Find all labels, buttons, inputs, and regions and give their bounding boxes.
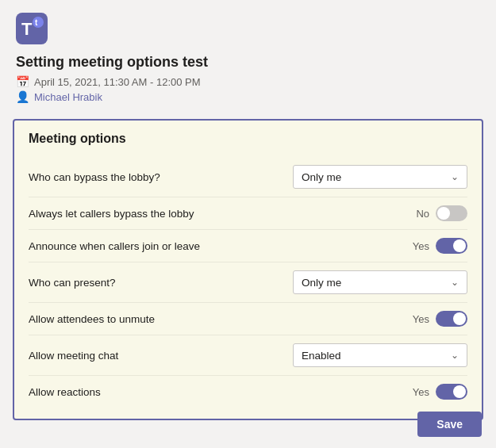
calendar-icon: 📅 [16, 75, 29, 88]
who-present-chevron: ⌄ [451, 277, 459, 288]
options-title: Meeting options [29, 132, 467, 146]
announce-control: Yes [413, 238, 467, 254]
lobby-bypass-dropdown[interactable]: Only me ⌄ [293, 165, 467, 189]
meeting-chat-label: Allow meeting chat [29, 350, 293, 362]
meeting-chat-dropdown[interactable]: Enabled ⌄ [293, 343, 467, 367]
meeting-chat-value: Enabled [302, 350, 341, 362]
meeting-datetime: April 15, 2021, 11:30 AM - 12:00 PM [34, 76, 201, 88]
meeting-options-panel: Meeting options Who can bypass the lobby… [13, 119, 483, 420]
allow-unmute-toggle-label: Yes [413, 313, 429, 325]
save-button[interactable]: Save [417, 412, 482, 437]
who-present-control: Only me ⌄ [293, 270, 467, 294]
lobby-bypass-chevron: ⌄ [451, 171, 459, 182]
option-row-who-present: Who can present? Only me ⌄ [29, 262, 467, 303]
allow-reactions-label: Allow reactions [29, 386, 413, 398]
callers-bypass-toggle[interactable] [436, 205, 467, 221]
announce-track [436, 238, 467, 254]
allow-reactions-toggle[interactable] [436, 384, 467, 400]
callers-bypass-toggle-label: No [416, 208, 429, 220]
who-present-label: Who can present? [29, 277, 293, 289]
header: T t Setting meeting options test 📅 April… [0, 0, 496, 111]
announce-toggle-label: Yes [413, 240, 429, 252]
person-icon: 👤 [16, 90, 29, 103]
allow-unmute-label: Allow attendees to unmute [29, 313, 413, 325]
who-present-value: Only me [302, 277, 341, 289]
lobby-bypass-control: Only me ⌄ [293, 165, 467, 189]
meeting-title: Setting meeting options test [16, 54, 480, 71]
option-row-callers-bypass: Always let callers bypass the lobby No [29, 197, 467, 230]
meeting-chat-chevron: ⌄ [451, 350, 459, 361]
allow-reactions-control: Yes [413, 384, 467, 400]
option-row-allow-unmute: Allow attendees to unmute Yes [29, 303, 467, 335]
meeting-chat-control: Enabled ⌄ [293, 343, 467, 367]
datetime-row: 📅 April 15, 2021, 11:30 AM - 12:00 PM [16, 75, 480, 88]
organizer-row: 👤 Michael Hrabik [16, 90, 480, 103]
save-button-area: Save [417, 412, 482, 437]
allow-unmute-thumb [453, 312, 466, 325]
allow-unmute-control: Yes [413, 311, 467, 327]
announce-thumb [453, 239, 466, 252]
announce-label: Announce when callers join or leave [29, 240, 413, 252]
callers-bypass-control: No [416, 205, 467, 221]
callers-bypass-thumb [437, 207, 450, 220]
teams-logo: T t [16, 13, 48, 44]
callers-bypass-track [436, 205, 467, 221]
option-row-lobby-bypass: Who can bypass the lobby? Only me ⌄ [29, 157, 467, 197]
option-row-allow-reactions: Allow reactions Yes [29, 376, 467, 408]
announce-toggle[interactable] [436, 238, 467, 254]
allow-unmute-toggle[interactable] [436, 311, 467, 327]
option-row-announce: Announce when callers join or leave Yes [29, 230, 467, 262]
lobby-bypass-value: Only me [302, 171, 341, 183]
allow-reactions-track [436, 384, 467, 400]
lobby-bypass-label: Who can bypass the lobby? [29, 171, 293, 183]
allow-reactions-toggle-label: Yes [413, 386, 429, 398]
who-present-dropdown[interactable]: Only me ⌄ [293, 270, 467, 294]
allow-unmute-track [436, 311, 467, 327]
callers-bypass-label: Always let callers bypass the lobby [29, 208, 416, 220]
meeting-meta: 📅 April 15, 2021, 11:30 AM - 12:00 PM 👤 … [16, 75, 480, 103]
svg-text:T: T [21, 19, 33, 39]
meeting-organizer: Michael Hrabik [34, 91, 102, 103]
option-row-meeting-chat: Allow meeting chat Enabled ⌄ [29, 335, 467, 376]
allow-reactions-thumb [453, 385, 466, 398]
